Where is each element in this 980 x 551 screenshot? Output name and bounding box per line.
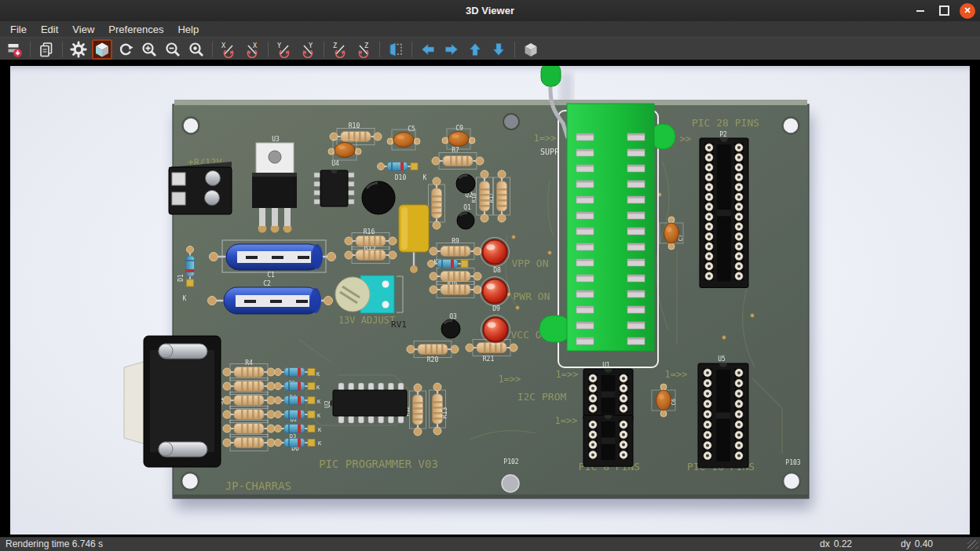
silkscreen-label: 1=>> — [555, 415, 578, 426]
rendering-time: Rendering time 6.746 s — [5, 538, 103, 549]
zoom-to-fit-button[interactable] — [186, 39, 207, 60]
export-image-button[interactable] — [4, 39, 24, 60]
capacitor-black-round — [362, 181, 395, 214]
transistor-q1 — [457, 212, 474, 229]
rotate-y-counterclockwise-icon: Y — [299, 41, 316, 58]
menu-help[interactable]: Help — [170, 22, 206, 37]
menu-edit[interactable]: Edit — [34, 22, 65, 37]
zif-lever-handle — [541, 66, 561, 86]
svg-text:Y: Y — [277, 41, 281, 49]
toolbar: X X Y Y Z Z — [0, 37, 980, 60]
svg-text:Z: Z — [333, 41, 337, 49]
mounting-hole — [181, 473, 199, 490]
flip-board-icon — [387, 41, 404, 58]
dx-readout: dx0.22 — [820, 538, 852, 549]
titlebar[interactable]: 3D Viewer ✕ — [0, 0, 980, 22]
menu-file[interactable]: File — [3, 22, 34, 37]
maximize-button[interactable] — [936, 3, 952, 19]
rotate-x-counterclockwise-icon: X — [243, 41, 261, 58]
silkscreen-label: >> — [680, 133, 691, 144]
silkscreen-label: C2 — [263, 280, 271, 287]
toolbar-separator — [62, 42, 63, 57]
toolbar-separator — [30, 42, 31, 57]
terminal-screw — [206, 171, 221, 186]
zoom-in-icon — [141, 41, 158, 58]
socket-p2 — [700, 138, 748, 287]
silkscreen-label: PIC 28 PINS — [692, 117, 759, 129]
move-up-icon — [466, 41, 484, 58]
dy-readout: dy0.40 — [901, 538, 933, 549]
rotate-y-clockwise-button[interactable]: Y — [274, 39, 294, 60]
orthographic-projection-icon — [522, 41, 539, 58]
minimize-button[interactable] — [912, 3, 928, 19]
transistor-q2 — [456, 174, 475, 193]
rotate-x-counterclockwise-button[interactable]: X — [242, 39, 262, 60]
move-down-button[interactable] — [488, 39, 509, 60]
render-realistic-cube-icon — [93, 41, 111, 58]
silkscreen-label: P103 — [785, 459, 800, 466]
zoom-in-button[interactable] — [139, 39, 159, 60]
svg-text:X: X — [221, 41, 226, 49]
copy-image-button[interactable] — [36, 39, 57, 60]
p102-pad — [502, 475, 519, 492]
menu-view[interactable]: View — [65, 22, 101, 37]
reload-board-icon — [117, 41, 134, 58]
menu-bar: FileEditViewPreferencesHelp — [0, 21, 980, 37]
app-window: 3D Viewer ✕ FileEditViewPreferencesHelp … — [0, 0, 980, 551]
viewport-frame: +8/12VPIC 28 PINS1=>>>>VPP ONPWR ONVCC O… — [0, 60, 980, 538]
rotate-y-counterclockwise-button[interactable]: Y — [298, 39, 318, 60]
silkscreen-label: I2C PROM — [517, 391, 567, 403]
status-bar: Rendering time 6.746 s dx0.22 dy0.40 — [0, 537, 980, 551]
render-realistic-cube-button[interactable] — [92, 39, 112, 60]
orthographic-projection-button[interactable] — [521, 39, 541, 60]
svg-text:X: X — [253, 41, 258, 49]
resize-grip[interactable] — [967, 540, 978, 549]
silkscreen-label: U3 — [272, 136, 280, 143]
render-options-button[interactable] — [68, 39, 89, 60]
rotate-z-clockwise-button[interactable]: Z — [330, 39, 350, 60]
menu-preferences[interactable]: Preferences — [101, 22, 170, 37]
close-button[interactable]: ✕ — [960, 3, 975, 19]
toolbar-separator — [212, 42, 213, 57]
silkscreen-label: K — [423, 174, 427, 181]
move-left-button[interactable] — [418, 39, 438, 60]
silkscreen-label: 13V ADJUST — [338, 315, 395, 326]
capacitor-c9 — [442, 129, 475, 149]
silkscreen-label: C9 — [455, 125, 463, 132]
move-right-button[interactable] — [441, 39, 462, 60]
silkscreen-label: D8 — [493, 267, 501, 274]
toolbar-separator — [268, 42, 269, 57]
zoom-out-button[interactable] — [163, 39, 183, 60]
mounting-hole — [783, 473, 800, 490]
rotate-x-clockwise-button[interactable]: X — [218, 39, 239, 60]
silkscreen-label: PWR ON — [514, 290, 550, 302]
terminal-opening — [172, 192, 185, 205]
toolbar-separator — [514, 42, 515, 57]
mounting-hole — [503, 114, 519, 130]
silkscreen-label: SUPP — [540, 148, 559, 156]
move-left-icon — [419, 41, 437, 58]
rotate-z-counterclockwise-button[interactable]: Z — [353, 39, 374, 60]
silkscreen-label: PIC PROGRAMMER V03 — [319, 458, 438, 470]
mounting-hole — [783, 118, 799, 134]
dy-value: 0.40 — [915, 538, 933, 549]
silkscreen-label: JP-CHARRAS — [225, 480, 291, 492]
led-d-vcc — [481, 316, 510, 345]
reload-board-button[interactable] — [115, 39, 136, 60]
window-title: 3D Viewer — [466, 5, 514, 16]
copy-image-icon — [38, 41, 55, 58]
silkscreen-label: D9 — [492, 305, 500, 312]
flip-board-button[interactable] — [386, 39, 406, 60]
close-icon: ✕ — [964, 6, 971, 15]
rotate-z-counterclockwise-icon: Z — [355, 41, 372, 58]
rotate-y-clockwise-icon: Y — [276, 41, 293, 58]
rotate-z-clockwise-icon: Z — [331, 41, 349, 58]
db9-connector-p101 — [124, 336, 221, 467]
silkscreen-label: P2 — [719, 131, 727, 138]
socket-u1-bottom — [583, 415, 633, 466]
rotate-x-clockwise-icon: X — [220, 41, 237, 58]
svg-text:Z: Z — [364, 41, 368, 49]
3d-viewport[interactable]: +8/12VPIC 28 PINS1=>>>>VPP ONPWR ONVCC O… — [10, 66, 970, 535]
capacitor-c5 — [387, 130, 420, 150]
move-up-button[interactable] — [465, 39, 485, 60]
